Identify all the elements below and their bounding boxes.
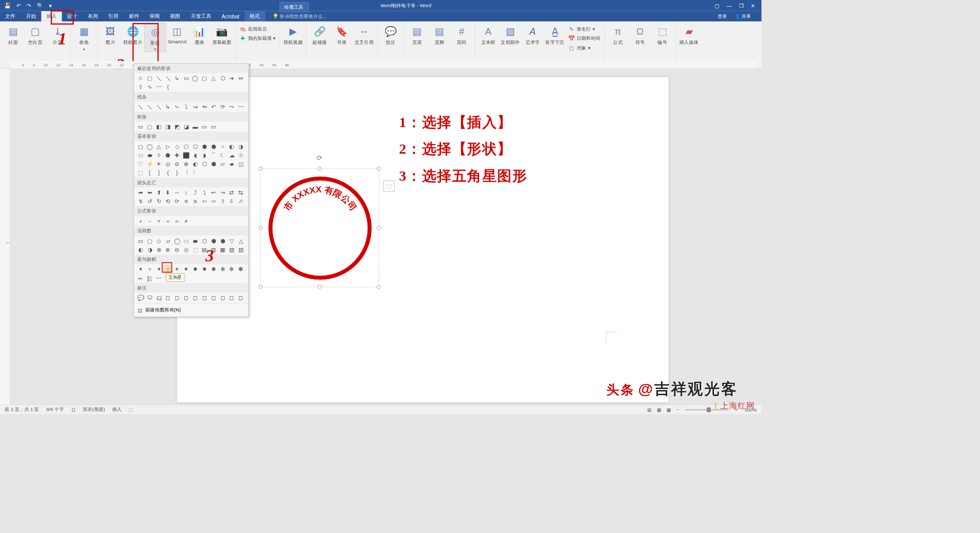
vertical-ruler[interactable]: 123456789101112131415	[0, 69, 10, 404]
shape-tri-icon[interactable]: △	[209, 74, 217, 82]
date-time-button[interactable]: 📅日期和时间	[567, 34, 602, 43]
number-button[interactable]: ⬚编号	[652, 23, 673, 46]
shape-star16-icon[interactable]: ✻	[218, 265, 227, 274]
ribbon-options-icon[interactable]: ▢	[715, 3, 719, 9]
dd-stars-header: 星与旗帜	[134, 255, 249, 264]
shape-star7-icon[interactable]: ✷	[182, 265, 190, 274]
insert-mode[interactable]: 插入	[112, 406, 122, 413]
shape-ribbon-icon[interactable]: ⬰	[136, 274, 144, 282]
tab-developer[interactable]: 开发工具	[186, 11, 217, 21]
page-status[interactable]: 第 1 页，共 1 页	[5, 406, 39, 413]
redo-icon[interactable]: ↷	[27, 3, 31, 9]
shape-textbox-icon[interactable]: ▢	[145, 74, 154, 82]
cover-page-button[interactable]: ▤封面	[3, 23, 24, 46]
wordart-button[interactable]: A艺术字	[522, 23, 544, 46]
symbol-button[interactable]: Ω符号	[629, 23, 651, 46]
blank-page-button[interactable]: ▢空白页	[24, 23, 46, 46]
login-button[interactable]: 登录	[718, 13, 727, 19]
object-button[interactable]: ◻对象 ▾	[567, 43, 602, 52]
view-read-icon[interactable]: ▤	[647, 407, 652, 413]
header-button[interactable]: ▤页眉	[406, 23, 428, 46]
print-preview-icon[interactable]: 🔍	[37, 3, 43, 9]
signature-line-button[interactable]: ✎签名行 ▾	[567, 25, 602, 33]
dropcap-button[interactable]: A̲首字下沉	[544, 23, 566, 46]
shape-burst4-icon[interactable]: ✦	[136, 265, 144, 274]
document-title: Word制作电子章 - Word	[381, 2, 431, 9]
shape-star32-icon[interactable]: ✽	[237, 265, 245, 274]
shape-brace-icon[interactable]: {	[164, 83, 172, 91]
shape-star8-icon[interactable]: ✸	[191, 265, 200, 274]
shape-star24-icon[interactable]: ✼	[228, 265, 236, 274]
view-print-icon[interactable]: ▦	[657, 407, 662, 413]
screenshot-button[interactable]: 📷屏幕截图	[211, 23, 232, 46]
equation-button[interactable]: π公式	[607, 23, 629, 46]
shape-star6-icon[interactable]: ✶	[173, 265, 181, 274]
share-button[interactable]: 👤 共享	[734, 13, 751, 19]
pictures-button[interactable]: 🖼图片	[100, 23, 121, 46]
smartart-button[interactable]: ◫SmartArt	[166, 23, 188, 45]
shape-star10-icon[interactable]: ✹	[200, 265, 208, 274]
tell-me-search[interactable]: 💡 告诉我您想要做什么...	[273, 11, 327, 21]
tab-file[interactable]: 文件	[0, 11, 20, 21]
contextual-tab-label: 绘图工具	[279, 2, 309, 13]
shape-rect-icon[interactable]: ▭	[182, 74, 190, 82]
shape-scribble-icon[interactable]: 〰	[155, 83, 163, 91]
tab-acrobat[interactable]: Acrobat	[216, 11, 244, 21]
bookmark-button[interactable]: 🔖书签	[331, 23, 353, 46]
shape-curve-icon[interactable]: ∿	[145, 83, 154, 91]
dd-rects-shapes: ▭▢◧◨◩◪▬▭▭	[134, 122, 249, 132]
tab-view[interactable]: 视图	[165, 11, 185, 21]
online-video-button[interactable]: ▶联机视频	[282, 23, 304, 46]
tab-mailings[interactable]: 邮件	[124, 11, 144, 21]
minimize-icon[interactable]: —	[726, 3, 731, 9]
new-canvas-button[interactable]: ◫ 新建绘图画布(N)	[134, 303, 249, 317]
shape-uarrow-icon[interactable]: ⇧	[136, 83, 144, 91]
shape-burst5-icon[interactable]: ✧	[145, 265, 154, 274]
comment-button[interactable]: 💬批注	[380, 23, 401, 46]
zoom-out-button[interactable]: −	[677, 407, 679, 413]
macro-icon[interactable]: ⬚	[129, 407, 133, 413]
crossref-button[interactable]: ↔交叉引用	[353, 23, 375, 46]
tab-format[interactable]: 格式	[244, 11, 265, 21]
spelling-icon[interactable]: 🗋	[71, 407, 76, 413]
shape-wave-icon[interactable]: 〰	[155, 274, 163, 282]
layout-options-icon[interactable]: ⬚	[383, 181, 395, 192]
shape-star12-icon[interactable]: ✺	[209, 265, 217, 274]
close-icon[interactable]: ✕	[751, 3, 755, 9]
shape-line-icon[interactable]: ＼	[155, 74, 163, 82]
tab-review[interactable]: 审阅	[144, 11, 165, 21]
undo-icon[interactable]: ↶	[16, 3, 21, 9]
shape-arrow-icon[interactable]: ➜	[228, 74, 236, 82]
shape-ribbon2-icon[interactable]: ⬱	[145, 274, 154, 282]
word-count[interactable]: 9/9 个字	[46, 406, 64, 413]
shape-darrow-icon[interactable]: ⇔	[237, 74, 245, 82]
chart-button[interactable]: 📊图表	[189, 23, 210, 46]
qat-dropdown-icon[interactable]: ▾	[49, 3, 52, 9]
shape-oval-icon[interactable]: ◯	[191, 74, 200, 82]
textbox-button[interactable]: A文本框	[478, 23, 499, 46]
shape-hex-icon[interactable]: ⬡	[218, 74, 227, 82]
tab-references[interactable]: 引用	[103, 11, 124, 21]
quick-parts-button[interactable]: ▧文档部件	[500, 23, 521, 46]
save-icon[interactable]: 💾	[4, 3, 11, 9]
horizontal-ruler[interactable]: 6810121416182022242628303234363840424446…	[10, 61, 756, 69]
view-web-icon[interactable]: ▩	[667, 407, 671, 413]
shape-star-icon[interactable]: ☆	[136, 74, 144, 82]
app-store-button[interactable]: 🛍应用商店	[237, 25, 277, 33]
rotate-handle-icon[interactable]: ⟳	[316, 154, 323, 162]
shape-selection[interactable]: ⟳ ⬚ 市 XXXXX 有限公司	[260, 168, 379, 287]
shape-rrect-icon[interactable]: ▢	[200, 74, 208, 82]
shape-conn-icon[interactable]: ↳	[173, 74, 181, 82]
restore-icon[interactable]: ❐	[739, 3, 744, 9]
footer-button[interactable]: ▤页脚	[429, 23, 450, 46]
tab-home[interactable]: 开始	[20, 11, 41, 21]
my-addins-button[interactable]: ✚我的加载项 ▾	[237, 34, 277, 43]
language-status[interactable]: 英语(美国)	[83, 406, 105, 413]
insert-media-button[interactable]: ▰插入媒体	[678, 23, 700, 46]
tab-layout[interactable]: 布局	[83, 11, 103, 21]
shape-line2-icon[interactable]: ＼	[164, 74, 172, 82]
document-scroll[interactable]: 6810121416182022242628303234363840424446…	[10, 69, 762, 404]
page-number-button[interactable]: #页码	[451, 23, 472, 46]
table-button[interactable]: ▦表格▾	[74, 23, 95, 51]
hyperlink-button[interactable]: 🔗超链接	[309, 23, 330, 46]
